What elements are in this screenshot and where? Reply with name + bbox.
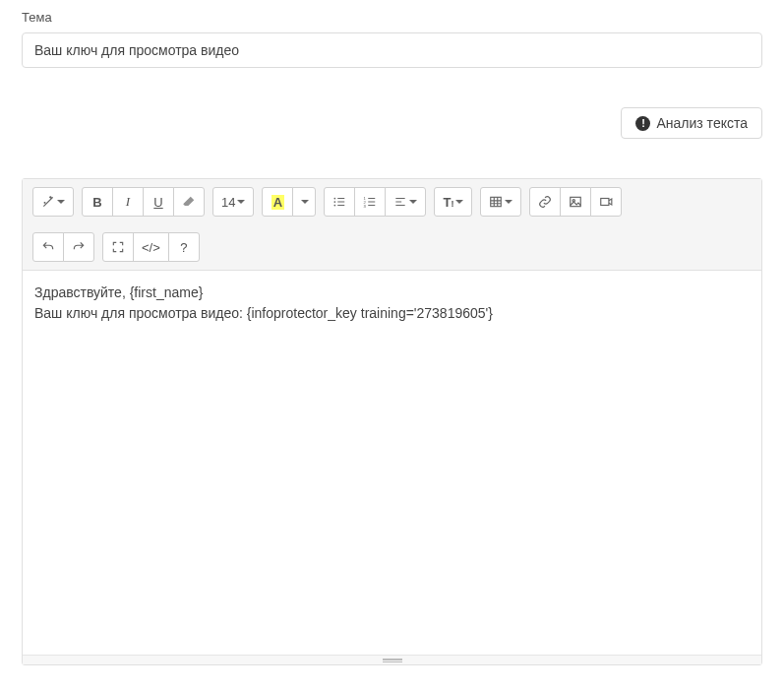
picture-icon: [569, 195, 582, 209]
video-button[interactable]: [590, 187, 622, 217]
italic-button[interactable]: I: [112, 187, 144, 217]
underline-icon: U: [153, 195, 162, 210]
italic-icon: I: [126, 194, 130, 210]
editor-line: Ваш ключ для просмотра видео: {infoprote…: [34, 303, 750, 324]
font-color-dropdown[interactable]: [292, 187, 316, 217]
magic-button[interactable]: [32, 187, 74, 217]
font-color-icon: A: [271, 195, 284, 210]
heading-style-button[interactable]: T!: [434, 187, 472, 217]
fullscreen-icon: [111, 240, 125, 254]
svg-rect-9: [601, 199, 609, 206]
analyze-text-label: Анализ текста: [656, 115, 748, 131]
rich-text-editor: B I U 14 A 123: [22, 178, 762, 665]
bold-icon: B: [92, 195, 101, 210]
resize-handle[interactable]: [23, 655, 761, 664]
bold-button[interactable]: B: [82, 187, 113, 217]
ol-icon: 123: [363, 195, 377, 209]
link-icon: [538, 195, 552, 209]
subject-label: Тема: [22, 10, 762, 25]
heading-icon: T!: [443, 195, 453, 210]
help-button[interactable]: ?: [168, 232, 200, 262]
svg-rect-6: [491, 197, 502, 206]
fullscreen-button[interactable]: [102, 232, 134, 262]
editor-content[interactable]: Здравствуйте, {first_name} Ваш ключ для …: [23, 271, 761, 655]
subject-input[interactable]: [22, 32, 762, 68]
redo-button[interactable]: [63, 232, 94, 262]
svg-rect-7: [571, 197, 581, 206]
svg-point-1: [334, 201, 336, 203]
eraser-icon: [182, 195, 196, 209]
grip-icon: [383, 659, 402, 662]
undo-icon: [41, 240, 55, 254]
link-button[interactable]: [529, 187, 561, 217]
undo-button[interactable]: [32, 232, 64, 262]
ul-icon: [332, 195, 346, 209]
align-icon: [393, 195, 407, 209]
font-size-value: 14: [221, 195, 235, 210]
analyze-text-button[interactable]: ! Анализ текста: [621, 107, 762, 139]
table-icon: [489, 195, 503, 209]
unordered-list-button[interactable]: [324, 187, 355, 217]
magic-wand-icon: [41, 195, 55, 209]
font-size-button[interactable]: 14: [212, 187, 254, 217]
code-icon: </>: [142, 240, 160, 255]
svg-text:3: 3: [364, 204, 367, 209]
svg-point-0: [334, 198, 336, 200]
underline-button[interactable]: U: [143, 187, 174, 217]
font-color-button[interactable]: A: [262, 187, 293, 217]
redo-icon: [72, 240, 86, 254]
toolbar: B I U 14 A 123: [23, 179, 761, 271]
picture-button[interactable]: [560, 187, 591, 217]
paragraph-align-button[interactable]: [385, 187, 426, 217]
help-icon: ?: [180, 240, 187, 255]
ordered-list-button[interactable]: 123: [354, 187, 386, 217]
table-button[interactable]: [480, 187, 521, 217]
editor-line: Здравствуйте, {first_name}: [34, 283, 750, 303]
info-icon: !: [635, 116, 650, 131]
code-view-button[interactable]: </>: [133, 232, 169, 262]
video-icon: [599, 195, 613, 209]
eraser-button[interactable]: [173, 187, 205, 217]
svg-point-2: [334, 205, 336, 207]
